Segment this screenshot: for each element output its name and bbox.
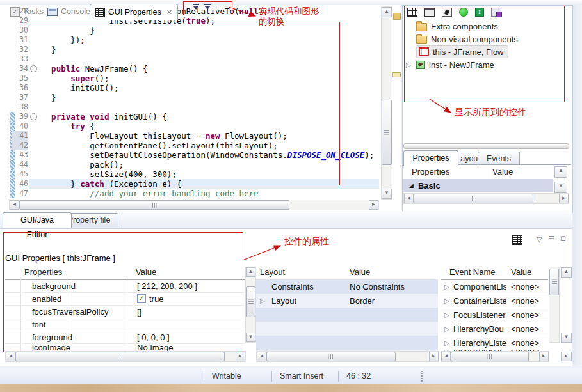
vscroll-thumb[interactable]: [549, 269, 559, 295]
scroll-left-button[interactable]: ◄: [6, 352, 15, 361]
line-number[interactable]: 43: [12, 150, 28, 160]
hscroll-thumb[interactable]: [414, 194, 533, 203]
panel-scroll-right-button[interactable]: ►: [561, 352, 572, 361]
tree-item-nonvisual[interactable]: Non-visual components: [406, 33, 518, 45]
maximize-icon[interactable]: ◻: [560, 234, 566, 242]
code-line[interactable]: 46 } catch (Exception e) {: [0, 179, 401, 189]
line-number[interactable]: 42: [12, 141, 28, 150]
line-number[interactable]: 40: [12, 122, 28, 131]
line-number[interactable]: 47: [12, 189, 28, 198]
line-number[interactable]: 31: [12, 35, 28, 45]
minimize-icon[interactable]: ▭: [548, 233, 554, 241]
properties-group-basic[interactable]: ◢ Basic: [403, 179, 553, 192]
code-line[interactable]: 43 setDefaultCloseOperation(WindowConsta…: [0, 150, 401, 160]
sash-collapse-icon[interactable]: [193, 4, 200, 10]
form-icon[interactable]: [424, 8, 435, 17]
code-line[interactable]: 34− public NewJFrame() {: [0, 64, 401, 74]
hscroll-thumb[interactable]: [451, 352, 529, 361]
expand-arrow-icon[interactable]: ▷: [444, 297, 449, 304]
code-line[interactable]: 30 }: [0, 26, 401, 35]
tree-item-inst[interactable]: ▷inst - NewJFrame: [406, 58, 494, 71]
rp-hscrollbar[interactable]: ◄ ►: [403, 193, 569, 204]
panel-scroll-up-button[interactable]: ▲: [561, 267, 572, 278]
scroll-left-button[interactable]: ◄: [10, 200, 19, 210]
line-number[interactable]: 45: [12, 169, 28, 179]
event-row-componentlis[interactable]: ▷ComponentLis<none>: [441, 279, 548, 294]
wizard-icon[interactable]: [491, 8, 501, 17]
event-row-hierarchyliste[interactable]: ▷HierarchyListe<none>: [441, 336, 548, 350]
line-number[interactable]: 36: [12, 83, 28, 93]
scroll-right-button[interactable]: ►: [369, 200, 378, 210]
code-line[interactable]: 37 }: [0, 93, 401, 102]
props-hscrollbar[interactable]: ◄ ►: [5, 351, 246, 362]
scroll-down-button[interactable]: ▼: [246, 333, 255, 342]
hscroll-thumb[interactable]: [15, 352, 225, 361]
scroll-left-button[interactable]: ◄: [404, 194, 414, 203]
tab-gui-properties[interactable]: GUI Properties ✕: [90, 4, 178, 20]
code-line[interactable]: 31 });: [0, 35, 401, 45]
tree-splitter-sash[interactable]: [403, 143, 569, 149]
event-hscrollbar[interactable]: ◄ ►: [441, 351, 549, 362]
hscroll-thumb[interactable]: [266, 352, 396, 361]
expand-arrow-icon[interactable]: ▷: [406, 61, 412, 68]
table-icon[interactable]: [407, 8, 417, 17]
tab-events[interactable]: Events: [478, 152, 520, 166]
code-line[interactable]: 40 try {: [0, 122, 401, 131]
line-number[interactable]: 32: [12, 45, 28, 54]
rp-scroll-up-button[interactable]: ▲: [554, 166, 567, 178]
line-number[interactable]: 39: [12, 112, 28, 122]
hscroll-thumb[interactable]: [19, 200, 289, 210]
code-line[interactable]: 39− private void initGUI() {: [0, 112, 401, 122]
tab-properties[interactable]: Properties: [403, 150, 458, 166]
tree-item-this[interactable]: this - JFrame, Flow: [406, 45, 508, 58]
code-line[interactable]: 35 super();: [0, 74, 401, 83]
scroll-right-button[interactable]: ►: [429, 352, 439, 361]
line-number[interactable]: 44: [12, 160, 28, 169]
scroll-up-button[interactable]: ▲: [246, 267, 255, 277]
line-number[interactable]: 41: [12, 131, 28, 141]
overview-ruler[interactable]: [392, 6, 401, 198]
scroll-up-button[interactable]: ▲: [382, 7, 392, 17]
vscroll-thumb[interactable]: [382, 100, 392, 165]
ruler-marker[interactable]: [393, 13, 401, 20]
code-line[interactable]: 33: [0, 54, 401, 64]
line-number[interactable]: 33: [12, 54, 28, 64]
scroll-left-button[interactable]: ◄: [441, 352, 451, 361]
tree-item-extra[interactable]: Extra components: [406, 20, 498, 33]
sash-collapse-icon[interactable]: [204, 4, 211, 10]
expand-arrow-icon[interactable]: ▷: [444, 283, 449, 290]
layout-row-constraints[interactable]: ConstraintsNo Constraints: [256, 279, 438, 294]
code-line[interactable]: 41 FlowLayout thisLayout = new FlowLayou…: [0, 131, 401, 141]
code-line[interactable]: 45 setSize(400, 300);: [0, 169, 401, 179]
property-row-font[interactable]: font: [5, 318, 245, 331]
line-number[interactable]: 34: [12, 64, 28, 74]
vscroll-thumb[interactable]: [246, 286, 255, 317]
props-vscrollbar[interactable]: ▲ ▼: [245, 267, 256, 343]
tab-console[interactable]: Console: [42, 4, 95, 19]
scroll-right-button[interactable]: ►: [559, 194, 569, 203]
scroll-right-button[interactable]: ►: [236, 352, 245, 361]
expanded-arrow-icon[interactable]: ◢: [409, 182, 414, 189]
line-number[interactable]: 46: [12, 179, 28, 189]
tab-gui-java-editor[interactable]: GUI/Java Editor: [3, 212, 72, 228]
code-line[interactable]: 47 //add your error handling code here: [0, 189, 401, 198]
close-icon[interactable]: ✕: [166, 8, 172, 17]
property-row-enabled[interactable]: enabled✓true: [5, 292, 245, 306]
expand-arrow-icon[interactable]: ▷: [444, 340, 449, 347]
run-status-icon[interactable]: [459, 8, 468, 17]
expand-arrow-icon[interactable]: ▷: [260, 297, 265, 304]
layout-hscrollbar[interactable]: ◄ ►: [256, 351, 439, 362]
view-menu-icon[interactable]: ▽: [537, 235, 542, 244]
java-code-editor[interactable]: 28 inst.setLocationRelativeTo(null);29 i…: [0, 5, 401, 211]
rp-scroll-down-button[interactable]: ▼: [554, 182, 567, 193]
line-number[interactable]: 35: [12, 74, 28, 83]
scroll-down-button[interactable]: ▼: [382, 189, 392, 199]
info-icon[interactable]: I: [475, 8, 484, 17]
property-row-background[interactable]: background[ 212, 208, 200 ]: [5, 279, 245, 293]
property-row-foreground[interactable]: foreground[ 0, 0, 0 ]: [5, 331, 245, 344]
editor-hscrollbar[interactable]: ◄ ►: [9, 200, 379, 210]
editor-vscrollbar[interactable]: ▲ ▼: [381, 6, 392, 200]
property-row-focusTraversalPolicy[interactable]: focusTraversalPolicy[]: [5, 305, 245, 318]
event-row-containerliste[interactable]: ▷ContainerListe<none>: [441, 294, 548, 308]
scroll-left-button[interactable]: ◄: [257, 352, 266, 361]
